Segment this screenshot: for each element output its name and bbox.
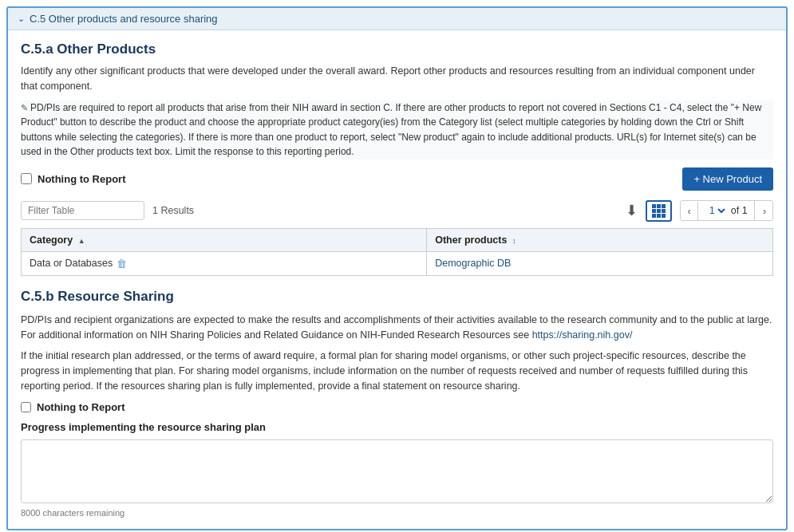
column-category-label: Category bbox=[30, 234, 73, 246]
other-products-link[interactable]: Demographic DB bbox=[435, 258, 511, 269]
nothing-to-report-checkbox[interactable] bbox=[21, 173, 32, 184]
page-of-label: of 1 bbox=[731, 205, 748, 216]
sharing-link[interactable]: https://sharing.nih.gov/ bbox=[532, 329, 633, 341]
outer-container: ⌄ C.5 Other products and resource sharin… bbox=[6, 6, 788, 530]
main-content: C.5.a Other Products Identify any other … bbox=[8, 30, 786, 529]
new-product-button[interactable]: + New Product bbox=[682, 167, 773, 191]
category-cell: Data or Databases 🗑 bbox=[30, 258, 418, 270]
table-cell-category: Data or Databases 🗑 bbox=[22, 251, 427, 275]
instruction-box: ✎PD/PIs are required to report all produ… bbox=[21, 100, 773, 160]
instruction-text: PD/PIs are required to report all produc… bbox=[21, 102, 761, 158]
prev-page-button[interactable]: ‹ bbox=[681, 202, 697, 220]
text-area-container: 8000 characters remaining bbox=[21, 439, 773, 518]
progress-label: Progress implementing the resource shari… bbox=[21, 421, 773, 433]
column-other-products-label: Other products bbox=[435, 234, 507, 246]
grid-icon bbox=[652, 204, 666, 218]
table-controls: 1 Results ⬇ ‹ 1 bbox=[21, 200, 773, 222]
nothing-to-report-checkbox-b[interactable] bbox=[21, 402, 31, 412]
resource-sharing-desc1: PD/PIs and recipient organizations are e… bbox=[21, 313, 773, 344]
nothing-to-report-label-b: Nothing to Report bbox=[37, 401, 124, 413]
column-header-other-products: Other products ↕ bbox=[427, 228, 773, 251]
section-b: C.5.b Resource Sharing PD/PIs and recipi… bbox=[21, 289, 773, 518]
section-b-title: C.5.b Resource Sharing bbox=[21, 289, 773, 305]
new-product-btn-label: + New Product bbox=[693, 173, 762, 185]
data-table: Category ▲ Other products ↕ Data or bbox=[21, 228, 773, 276]
chevron-down-icon: ⌄ bbox=[18, 14, 25, 24]
section-a-title: C.5.a Other Products bbox=[21, 41, 773, 57]
category-value: Data or Databases bbox=[30, 258, 113, 269]
progress-textarea[interactable] bbox=[21, 439, 773, 503]
section-a-description: Identify any other significant products … bbox=[21, 64, 773, 94]
resource-sharing-desc2: If the initial research plan addressed, … bbox=[21, 349, 773, 395]
page-select[interactable]: 1 bbox=[706, 204, 728, 217]
section-header-label: C.5 Other products and resource sharing bbox=[30, 13, 218, 25]
table-cell-other-products: Demographic DB bbox=[427, 251, 773, 275]
char-remaining: 8000 characters remaining bbox=[21, 508, 773, 518]
grid-view-button[interactable] bbox=[646, 200, 672, 222]
table-row: Data or Databases 🗑 Demographic DB bbox=[22, 251, 773, 275]
section-a: C.5.a Other Products Identify any other … bbox=[21, 41, 773, 276]
page-display: 1 of 1 bbox=[700, 201, 755, 220]
sort-icon-other-products[interactable]: ↕ bbox=[512, 237, 516, 245]
resource-sharing-text1: PD/PIs and recipient organizations are e… bbox=[21, 314, 772, 341]
nothing-to-report-left: Nothing to Report bbox=[21, 173, 125, 185]
column-header-category: Category ▲ bbox=[22, 228, 427, 251]
nothing-to-report-row-b: Nothing to Report bbox=[21, 401, 773, 413]
section-header: ⌄ C.5 Other products and resource sharin… bbox=[8, 8, 786, 30]
download-icon[interactable]: ⬇ bbox=[626, 202, 638, 219]
table-header-row: Category ▲ Other products ↕ bbox=[22, 228, 773, 251]
nothing-to-report-label: Nothing to Report bbox=[38, 173, 125, 185]
pencil-icon: ✎ bbox=[21, 103, 28, 112]
results-count: 1 Results bbox=[152, 205, 194, 216]
next-page-button[interactable]: › bbox=[756, 202, 772, 220]
pagination: ‹ 1 of 1 › bbox=[680, 200, 773, 221]
delete-icon[interactable]: 🗑 bbox=[117, 258, 127, 270]
sort-icon-category[interactable]: ▲ bbox=[78, 237, 85, 245]
filter-input[interactable] bbox=[21, 201, 144, 220]
nothing-to-report-row: Nothing to Report + New Product bbox=[21, 167, 773, 191]
